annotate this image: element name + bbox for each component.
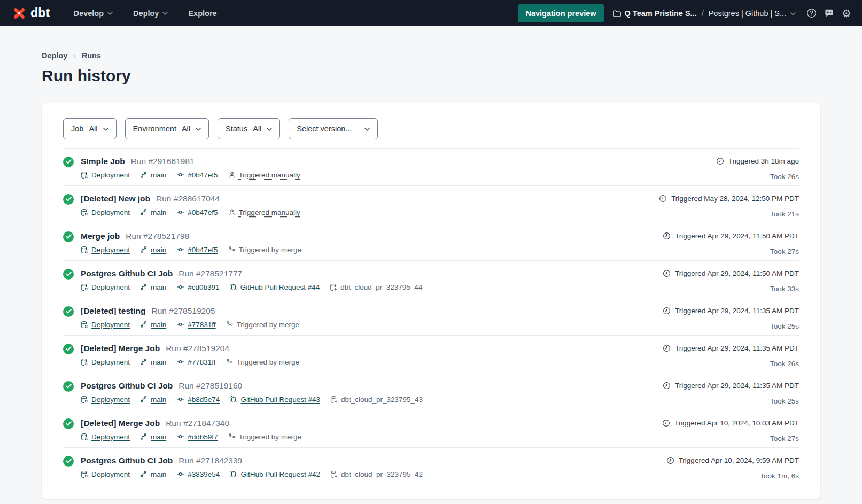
run-detail-deployment[interactable]: Deployment	[81, 171, 130, 179]
dbt-logo[interactable]: dbt	[12, 6, 50, 21]
page-title: Run history	[42, 67, 862, 86]
run-row[interactable]: [Deleted] testing Run #278519205 Deploym…	[63, 298, 799, 336]
status-filter-dropdown[interactable]: Status All	[218, 118, 280, 139]
run-detail-git-branch[interactable]: main	[140, 470, 166, 478]
run-detail-pull-request[interactable]: GitHub Pull Request #44	[230, 283, 320, 291]
git-branch-icon	[140, 358, 147, 366]
detail-text: main	[151, 396, 166, 404]
schema-icon	[330, 283, 337, 291]
run-detail-pull-request[interactable]: GitHub Pull Request #42	[230, 470, 320, 478]
job-name: [Deleted] testing	[81, 306, 145, 316]
nav-item-explore[interactable]: Explore	[188, 9, 216, 18]
run-detail-git-commit[interactable]: #77831ff	[176, 358, 215, 366]
job-name: [Deleted] New job	[81, 193, 150, 204]
run-detail-git-commit[interactable]: #3839e54	[176, 470, 220, 478]
nav-item-deploy[interactable]: Deploy	[133, 9, 168, 18]
run-detail-deployment[interactable]: Deployment	[81, 208, 130, 216]
detail-text: dbt_cloud_pr_323795_42	[341, 470, 423, 478]
clock-icon	[663, 382, 671, 390]
run-row[interactable]: Postgres Github CI Job Run #278521777 De…	[63, 261, 799, 298]
detail-text: Deployment	[91, 283, 130, 291]
run-details: Deploymentmain#0b47ef5Triggered manually	[81, 208, 659, 216]
triggered-text: Triggered Apr 10, 2024, 9:59 AM PDT	[679, 455, 799, 466]
environment-selector[interactable]: Postgres | Github | S...	[709, 9, 796, 18]
run-detail-pull-request[interactable]: GitHub Pull Request #43	[230, 396, 320, 404]
chevron-down-icon	[103, 128, 108, 131]
top-navigation-bar: dbt Develop Deploy Explore Navigation pr…	[0, 0, 862, 26]
git-commit-icon	[176, 208, 184, 216]
took-text: Took 33s	[663, 285, 799, 293]
run-row[interactable]: Merge job Run #278521798 Deploymentmain#…	[63, 223, 799, 261]
run-detail-git-commit[interactable]: #cd0b391	[176, 283, 219, 291]
took-text: Took 25s	[663, 397, 799, 405]
gear-icon[interactable]: ⚙	[842, 8, 851, 19]
feedback-icon[interactable]	[824, 8, 834, 18]
project-selector[interactable]: Q Team Pristine S...	[612, 9, 697, 18]
run-detail-git-branch[interactable]: main	[140, 208, 166, 216]
run-number: Run #291661981	[131, 156, 195, 167]
breadcrumb-deploy[interactable]: Deploy	[42, 51, 67, 60]
run-detail-git-commit[interactable]: #0b47ef5	[176, 208, 218, 216]
run-details: Deploymentmain#0b47ef5Triggered by merge	[81, 246, 663, 254]
run-detail-git-commit[interactable]: #b8d5e74	[176, 396, 220, 404]
folder-icon	[612, 9, 621, 18]
run-detail-deployment[interactable]: Deployment	[81, 246, 130, 254]
run-detail-git-commit[interactable]: #77831ff	[176, 321, 215, 329]
run-success-icon	[63, 344, 74, 354]
run-row[interactable]: [Deleted] Merge Job Run #271847340 Deplo…	[63, 410, 799, 448]
run-detail-git-branch[interactable]: main	[140, 358, 166, 366]
environment-filter-dropdown[interactable]: Environment All	[125, 118, 209, 139]
clock-icon	[659, 195, 667, 203]
run-row[interactable]: SImple Job Run #291661981 Deploymentmain…	[63, 149, 799, 186]
run-detail-git-branch[interactable]: main	[140, 321, 166, 329]
run-detail-git-branch[interactable]: main	[140, 396, 166, 404]
run-detail-deployment[interactable]: Deployment	[81, 321, 130, 329]
detail-text: #3839e54	[188, 470, 220, 478]
run-detail-git-branch[interactable]: main	[140, 171, 166, 179]
run-success-icon	[63, 456, 74, 467]
git-branch-icon	[140, 433, 147, 440]
help-icon[interactable]	[806, 8, 817, 18]
navigation-preview-button[interactable]: Navigation preview	[518, 4, 603, 22]
run-detail-git-commit[interactable]: #ddb59f7	[176, 433, 218, 441]
run-row[interactable]: [Deleted] New job Run #288617044 Deploym…	[63, 186, 799, 223]
run-row[interactable]: [Deleted] Merge Job Run #278519204 Deplo…	[63, 336, 799, 373]
run-detail-deployment[interactable]: Deployment	[81, 470, 130, 478]
run-detail-git-branch[interactable]: main	[140, 246, 166, 254]
pull-request-icon	[230, 283, 237, 291]
detail-text: Triggered by merge	[237, 321, 299, 329]
run-detail-git-branch[interactable]: main	[140, 283, 166, 291]
deployment-icon	[81, 396, 88, 404]
job-filter-dropdown[interactable]: Job All	[63, 118, 117, 139]
git-commit-icon	[176, 246, 184, 253]
version-filter-dropdown[interactable]: Select version...	[289, 118, 378, 139]
detail-text: main	[151, 321, 166, 329]
breadcrumb-runs[interactable]: Runs	[82, 51, 101, 60]
run-details: Deploymentmain#cd0b391GitHub Pull Reques…	[81, 283, 663, 291]
run-row[interactable]: Postgres Github CI Job Run #278519160 De…	[63, 373, 799, 410]
git-branch-icon	[140, 246, 147, 253]
run-history-card: Job All Environment All Status All Selec…	[42, 103, 820, 499]
run-success-icon	[63, 418, 74, 429]
git-merge-icon	[226, 358, 234, 366]
run-row[interactable]: Postgres Github CI Job Run #271842339 De…	[63, 448, 799, 485]
run-detail-git-commit[interactable]: #0b47ef5	[176, 246, 218, 254]
git-branch-icon	[140, 396, 147, 403]
run-detail-deployment[interactable]: Deployment	[81, 358, 130, 366]
run-detail-deployment[interactable]: Deployment	[81, 396, 130, 404]
deployment-icon	[81, 208, 88, 216]
run-detail-git-branch[interactable]: main	[140, 433, 166, 441]
detail-text: main	[151, 358, 166, 366]
detail-text: dbt_cloud_pr_323795_43	[341, 396, 423, 404]
run-detail-deployment[interactable]: Deployment	[81, 283, 130, 291]
schema-icon	[330, 396, 338, 404]
breadcrumb: Deploy › Runs	[42, 51, 862, 60]
detail-text: Triggered by merge	[239, 246, 301, 254]
run-detail-git-commit[interactable]: #0b47ef5	[176, 171, 218, 179]
detail-text: #cd0b391	[188, 283, 219, 291]
run-number: Run #278521777	[178, 268, 242, 279]
run-detail-deployment[interactable]: Deployment	[81, 433, 130, 441]
detail-text: Deployment	[91, 358, 130, 366]
nav-item-develop[interactable]: Develop	[74, 9, 113, 18]
detail-text: Deployment	[91, 246, 130, 254]
